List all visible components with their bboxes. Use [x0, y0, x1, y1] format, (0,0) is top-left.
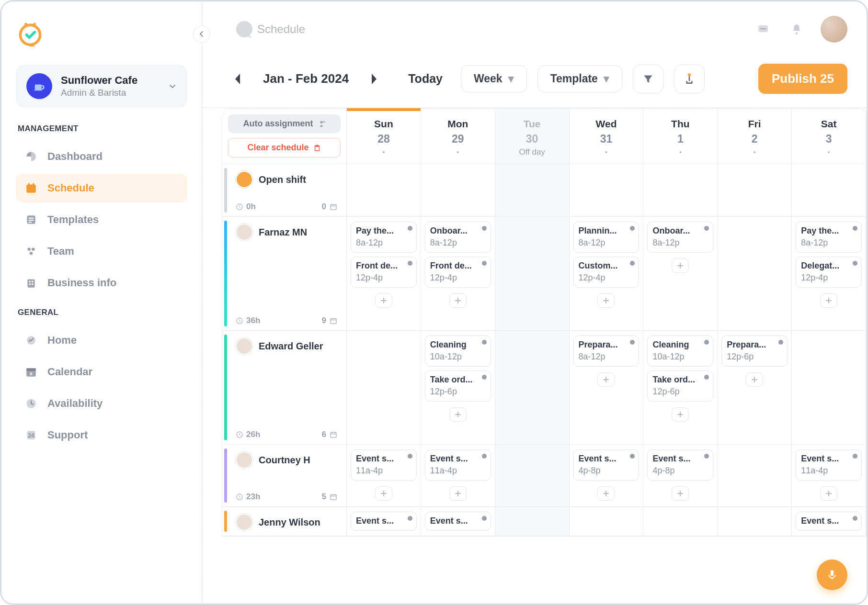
filter-button[interactable]	[633, 65, 663, 93]
schedule-cell[interactable]	[570, 507, 644, 536]
shift-card[interactable]: Front de...12p-4p	[351, 257, 417, 288]
schedule-cell[interactable]: Onboar...8a-12p	[643, 217, 718, 331]
prev-week-button[interactable]	[231, 69, 244, 89]
user-avatar[interactable]	[821, 16, 847, 43]
import-button[interactable]	[674, 65, 705, 93]
sidebar-item-team[interactable]: Team	[16, 237, 187, 266]
add-shift-button[interactable]	[375, 486, 392, 501]
sidebar-item-home[interactable]: Home	[16, 326, 187, 355]
schedule-cell[interactable]: Onboar...8a-12pFront de...12p-4p	[421, 217, 495, 331]
schedule-cell[interactable]: Plannin...8a-12pCustom...12p-4p	[570, 217, 644, 331]
sidebar-item-dashboard[interactable]: Dashboard	[16, 142, 187, 171]
add-shift-button[interactable]	[672, 407, 689, 422]
add-shift-button[interactable]	[820, 293, 837, 308]
schedule-cell[interactable]: Cleaning10a-12pTake ord...12p-6p	[643, 331, 718, 445]
schedule-cell[interactable]: Cleaning10a-12pTake ord...12p-6p	[421, 331, 495, 445]
schedule-cell[interactable]	[347, 331, 421, 445]
shift-card[interactable]: Event s...11a-4p	[351, 449, 417, 481]
shift-card[interactable]: Custom...12p-4p	[573, 257, 640, 288]
add-shift-button[interactable]	[449, 486, 467, 501]
schedule-cell[interactable]	[792, 331, 866, 445]
messages-icon[interactable]	[754, 20, 773, 39]
schedule-cell[interactable]	[718, 217, 792, 331]
clear-schedule-button[interactable]: Clear schedule	[228, 138, 341, 157]
schedule-cell[interactable]: Prepara...8a-12p	[570, 331, 644, 445]
add-shift-button[interactable]	[449, 407, 467, 422]
schedule-cell[interactable]: Event s...	[347, 507, 421, 536]
shift-time: 8a-12p	[430, 238, 486, 248]
sidebar-collapse-button[interactable]	[193, 25, 210, 43]
schedule-cell[interactable]	[495, 331, 570, 445]
org-switcher[interactable]: Sunflower Cafe Admin & Barista	[16, 65, 187, 108]
today-button[interactable]: Today	[408, 72, 443, 86]
next-week-button[interactable]	[368, 69, 380, 89]
add-shift-button[interactable]	[597, 486, 615, 501]
schedule-cell[interactable]: Pay the...8a-12pFront de...12p-4p	[347, 217, 421, 331]
publish-button[interactable]: Publish 25	[758, 64, 847, 94]
voice-fab[interactable]	[817, 560, 847, 590]
schedule-cell[interactable]	[643, 164, 718, 217]
search-input[interactable]: Schedule	[236, 21, 305, 37]
shift-card[interactable]: Event s...11a-4p	[796, 449, 862, 481]
schedule-cell[interactable]: Event s...11a-4p	[347, 445, 421, 507]
schedule-cell[interactable]: Event s...11a-4p	[421, 445, 495, 507]
sidebar-item-schedule[interactable]: Schedule	[16, 174, 187, 202]
schedule-cell[interactable]	[495, 507, 570, 536]
schedule-cell[interactable]	[495, 164, 570, 217]
shift-card[interactable]: Event s...11a-4p	[425, 449, 491, 481]
schedule-cell[interactable]: Event s...	[421, 507, 495, 536]
schedule-cell[interactable]	[495, 217, 570, 331]
shift-card[interactable]: Pay the...8a-12p	[796, 222, 862, 253]
schedule-cell[interactable]: Pay the...8a-12pDelegat...12p-4p	[792, 217, 866, 331]
schedule-cell[interactable]	[643, 507, 718, 536]
shift-card[interactable]: Front de...12p-4p	[425, 257, 491, 288]
schedule-cell[interactable]: Event s...4p-8p	[570, 445, 644, 507]
schedule-cell[interactable]	[718, 507, 792, 536]
schedule-cell[interactable]	[718, 164, 792, 217]
shift-card[interactable]: Event s...	[425, 512, 491, 531]
add-shift-button[interactable]	[672, 258, 689, 273]
add-shift-button[interactable]	[449, 293, 467, 308]
shift-card[interactable]: Delegat...12p-4p	[796, 257, 862, 288]
schedule-cell[interactable]: Event s...4p-8p	[643, 445, 718, 507]
shift-card[interactable]: Prepara...12p-6p	[721, 336, 788, 367]
shift-card[interactable]: Onboar...8a-12p	[647, 222, 713, 253]
schedule-cell[interactable]: Prepara...12p-6p	[718, 331, 792, 445]
sidebar-item-business-info[interactable]: Business info	[16, 269, 187, 297]
schedule-cell[interactable]	[718, 445, 792, 507]
status-dot-icon	[630, 454, 635, 459]
add-shift-button[interactable]	[672, 486, 689, 501]
shift-card[interactable]: Plannin...8a-12p	[573, 222, 640, 253]
shift-card[interactable]: Cleaning10a-12p	[425, 336, 491, 367]
sidebar-item-support[interactable]: 24Support	[16, 421, 187, 449]
shift-card[interactable]: Pay the...8a-12p	[351, 222, 417, 253]
schedule-cell[interactable]: Event s...	[792, 507, 866, 536]
shift-card[interactable]: Event s...	[796, 512, 862, 531]
schedule-cell[interactable]	[792, 164, 866, 217]
shift-card[interactable]: Take ord...12p-6p	[647, 370, 713, 402]
add-shift-button[interactable]	[597, 372, 615, 387]
shift-card[interactable]: Prepara...8a-12p	[573, 336, 640, 367]
schedule-cell[interactable]	[347, 164, 421, 217]
schedule-cell[interactable]	[495, 445, 570, 507]
schedule-cell[interactable]: Event s...11a-4p	[792, 445, 866, 507]
shift-card[interactable]: Take ord...12p-6p	[425, 370, 491, 402]
add-shift-button[interactable]	[820, 486, 837, 501]
auto-assignment-button[interactable]: Auto assignment	[228, 114, 341, 133]
shift-card[interactable]: Event s...4p-8p	[647, 449, 713, 481]
add-shift-button[interactable]	[746, 372, 763, 387]
schedule-cell[interactable]	[421, 164, 495, 217]
shift-card[interactable]: Onboar...8a-12p	[425, 222, 491, 253]
sidebar-item-templates[interactable]: Templates	[16, 205, 187, 234]
add-shift-button[interactable]	[597, 293, 615, 308]
template-dropdown[interactable]: Template ▾	[537, 65, 622, 92]
sidebar-item-calendar[interactable]: 8Calendar	[16, 358, 187, 386]
add-shift-button[interactable]	[375, 293, 392, 308]
view-week-dropdown[interactable]: Week ▾	[461, 65, 527, 92]
shift-card[interactable]: Event s...	[351, 512, 417, 531]
shift-card[interactable]: Cleaning10a-12p	[647, 336, 713, 367]
sidebar-item-availability[interactable]: Availability	[16, 389, 187, 418]
shift-card[interactable]: Event s...4p-8p	[573, 449, 640, 481]
schedule-cell[interactable]	[570, 164, 644, 217]
notifications-icon[interactable]	[787, 20, 806, 39]
